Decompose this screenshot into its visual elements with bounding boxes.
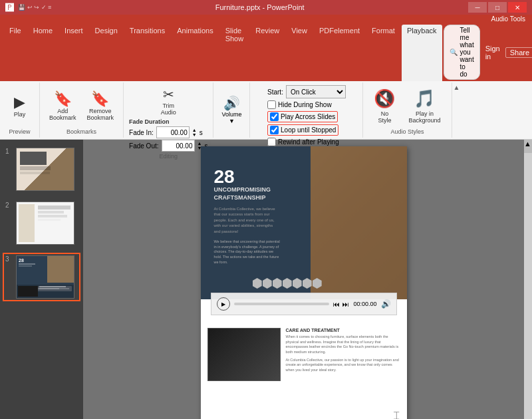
- tab-view[interactable]: View: [286, 25, 313, 81]
- slide-canvas[interactable]: 28 UNCOMPROMISING CRAFTSMANSHIP At Colum…: [201, 146, 407, 419]
- slide-bottom-left: [207, 328, 281, 419]
- hex-5: [293, 278, 302, 289]
- thumb-3-img: [47, 256, 74, 283]
- worker-img-bg: [311, 146, 407, 299]
- loop-until-stopped-label: Loop until Stopped: [281, 126, 336, 134]
- slide-num-2: 2: [5, 202, 13, 209]
- ribbon-collapse[interactable]: ▲: [452, 82, 462, 138]
- collapse-icon[interactable]: ▲: [454, 84, 460, 91]
- ribbon-group-audio-styles: 🔇 NoStyle 🎵 Play inBackground Audio Styl…: [363, 82, 452, 138]
- volume-button[interactable]: 🔊 Volume ▼: [219, 92, 244, 127]
- slide-body-text2: We believe that uncovering that potentia…: [214, 239, 281, 265]
- hex-1: [253, 278, 262, 289]
- bookmarks-label: Bookmarks: [66, 127, 96, 135]
- play-across-slides-checkbox[interactable]: [270, 112, 279, 121]
- hide-during-show-checkbox[interactable]: [267, 100, 276, 109]
- thumb-2-row3: [38, 215, 67, 217]
- thumb-3-line4: [39, 288, 59, 289]
- window-controls[interactable]: ─ □ ✕: [468, 2, 527, 13]
- remove-bookmark-icon: 🔖: [91, 92, 109, 106]
- slide-bottom-title: CARE AND TREATMENT: [286, 328, 400, 333]
- tab-review[interactable]: Review: [250, 25, 285, 81]
- fade-in-spinner[interactable]: ▲ ▼: [192, 128, 197, 137]
- slide-top: 28 UNCOMPROMISING CRAFTSMANSHIP At Colum…: [201, 146, 407, 299]
- play-background-icon: 🎵: [414, 88, 435, 109]
- tab-transitions[interactable]: Transitions: [124, 25, 170, 81]
- sign-in-button[interactable]: Sign in: [485, 45, 500, 61]
- slide-number: 28: [214, 166, 235, 188]
- audio-options-content: Start: On Click Automatically When Click…: [267, 85, 346, 146]
- hex-6: [303, 278, 312, 289]
- hex-4: [283, 278, 292, 289]
- tab-playback[interactable]: Playback: [402, 25, 442, 81]
- loop-until-stopped-checkbox[interactable]: [270, 126, 279, 134]
- fade-in-unit: s: [200, 129, 203, 136]
- start-row: Start: On Click Automatically When Click…: [267, 85, 346, 98]
- audio-next-icon[interactable]: ⏭: [342, 301, 349, 308]
- tab-design[interactable]: Design: [90, 25, 123, 81]
- slide-bottom-image: [207, 328, 281, 381]
- tab-pdflement[interactable]: PDFelement: [314, 25, 365, 81]
- audio-time: 00:00.00: [353, 301, 376, 307]
- tell-me-input[interactable]: 🔍 Tell me what you want to do: [444, 25, 480, 80]
- hex-2: [263, 278, 272, 289]
- thumb-2-col1: [19, 204, 35, 242]
- slide-body-text1: At Columbia Collective, we believe that …: [214, 206, 281, 234]
- slide-panel: 1 2: [0, 140, 83, 419]
- hex-decoration: [253, 278, 322, 289]
- preview-buttons: ▶ Play: [7, 85, 33, 127]
- slide-thumb-2[interactable]: 2: [3, 199, 80, 247]
- maximize-button[interactable]: □: [488, 2, 507, 13]
- close-button[interactable]: ✕: [508, 2, 527, 13]
- fade-duration-label: Fade Duration: [129, 118, 207, 125]
- tab-file[interactable]: File: [4, 25, 27, 81]
- volume-content: 🔊 Volume ▼: [219, 85, 244, 134]
- slide-thumb-1[interactable]: 1: [3, 145, 80, 194]
- fade-in-input[interactable]: [156, 126, 190, 138]
- audio-volume-icon[interactable]: 🔊: [381, 299, 391, 309]
- add-bookmark-button[interactable]: 🔖 AddBookmark: [45, 89, 80, 124]
- ribbon-tabs: File Home Insert Design Transitions Anim…: [0, 23, 532, 81]
- search-icon: 🔍: [450, 49, 458, 56]
- right-scrollbar[interactable]: ▲ ▼: [524, 140, 532, 419]
- tab-insert[interactable]: Insert: [59, 25, 88, 81]
- no-style-button[interactable]: 🔇 NoStyle: [368, 86, 400, 126]
- share-button[interactable]: Share: [505, 47, 532, 58]
- tab-format[interactable]: Format: [366, 25, 400, 81]
- audio-prev-icon[interactable]: ⏮: [333, 301, 340, 308]
- hide-during-show-row[interactable]: Hide During Show: [267, 100, 332, 109]
- slide-thumb-3[interactable]: 3 28 ▶: [3, 253, 80, 301]
- minimize-button[interactable]: ─: [468, 2, 487, 13]
- ribbon-content: ▶ Play Preview 🔖 AddBookmark 🔖 RemoveBoo…: [0, 81, 532, 140]
- thumb-2-row4: [38, 219, 61, 221]
- window-title: Furniture.pptx - PowerPoint: [215, 3, 305, 11]
- no-style-label: NoStyle: [378, 110, 391, 124]
- thumb-2-row2: [38, 211, 64, 213]
- remove-bookmark-button[interactable]: 🔖 RemoveBookmark: [83, 89, 118, 124]
- ribbon-group-audio-options: Start: On Click Automatically When Click…: [250, 82, 363, 138]
- volume-label: Volume: [221, 111, 241, 118]
- ribbon-group-volume: 🔊 Volume ▼: [213, 82, 250, 138]
- audio-styles-content: 🔇 NoStyle 🎵 Play inBackground: [368, 85, 446, 127]
- loop-until-stopped-row[interactable]: Loop until Stopped: [267, 124, 338, 136]
- trim-audio-button[interactable]: ✂ TrimAudio: [155, 85, 182, 118]
- scroll-track[interactable]: [524, 153, 532, 419]
- ribbon-group-editing: ✂ TrimAudio Fade Duration Fade In: ▲ ▼ s…: [124, 82, 213, 138]
- volume-icon: 🔊: [223, 95, 240, 111]
- thumb-3-bottom: [17, 285, 74, 298]
- fade-in-label: Fade In:: [129, 129, 154, 136]
- start-select[interactable]: On Click Automatically When Clicked On: [286, 85, 346, 98]
- quick-access-icons: 💾 ↩ ↪ ✓ ≡: [18, 4, 51, 11]
- play-across-slides-row[interactable]: Play Across Slides: [267, 111, 338, 122]
- tab-animations[interactable]: Animations: [172, 25, 218, 81]
- audio-progress-bar[interactable]: [234, 303, 330, 305]
- play-button[interactable]: ▶ Play: [7, 92, 33, 120]
- scroll-up-btn[interactable]: ▲: [524, 140, 532, 153]
- audio-play-button[interactable]: ▶: [217, 297, 230, 311]
- play-in-background-button[interactable]: 🎵 Play inBackground: [403, 86, 446, 126]
- tab-slide-show[interactable]: Slide Show: [220, 25, 249, 81]
- title-bar: 🅿 💾 ↩ ↪ ✓ ≡ Furniture.pptx - PowerPoint …: [0, 0, 532, 15]
- slide-img-1: [16, 148, 74, 191]
- tab-home[interactable]: Home: [28, 25, 58, 81]
- play-icon: ▶: [14, 95, 25, 110]
